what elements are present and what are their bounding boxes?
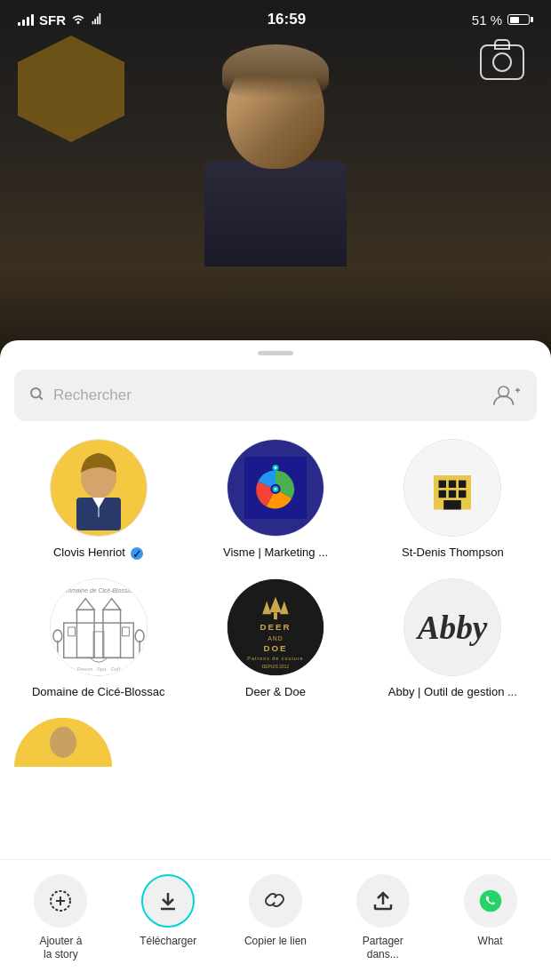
svg-text:DOE: DOE: [263, 642, 287, 652]
svg-point-53: [50, 727, 76, 758]
download-button[interactable]: Télécharger: [132, 874, 204, 962]
svg-point-2: [499, 386, 509, 397]
wifi-icon: [71, 12, 85, 27]
download-icon: [141, 874, 195, 928]
time-display: 16:59: [268, 11, 306, 28]
share-sheet: Rechercher: [0, 340, 551, 980]
contact-name: Deer & Doe: [245, 685, 306, 700]
contact-name: Visme | Marketing ...: [223, 546, 328, 561]
signal-bars: [18, 13, 34, 26]
contact-item[interactable]: Domaine de Cicé-Blossac Resort · Spa · G…: [14, 578, 182, 700]
contact-item[interactable]: DEER AND DOE Patrons de couture DEPUIS 2…: [191, 578, 359, 700]
contact-avatar: [227, 439, 324, 537]
status-left: SFR: [18, 12, 101, 28]
contact-avatar: [403, 439, 501, 537]
whatsapp-icon: [464, 874, 517, 928]
verified-badge: ✓: [131, 547, 143, 560]
svg-text:Resort · Spa · Golf: Resort · Spa · Golf: [76, 666, 120, 672]
whatsapp-label: What: [478, 935, 503, 949]
add-person-button[interactable]: [491, 379, 523, 411]
clovis-avatar: [51, 440, 147, 536]
copy-link-button[interactable]: Copier le lien: [240, 874, 311, 962]
person-body: [204, 160, 347, 267]
svg-rect-18: [439, 481, 446, 488]
svg-rect-25: [51, 579, 147, 675]
add-story-label: Ajouter àla story: [39, 935, 82, 962]
add-story-icon: [34, 874, 87, 928]
svg-text:DEER: DEER: [260, 622, 291, 632]
signal-bar-2: [22, 20, 25, 26]
copy-link-label: Copier le lien: [244, 935, 307, 949]
status-right: 51 %: [472, 12, 533, 28]
copy-link-icon: [249, 874, 302, 928]
signal-strength-icon: [91, 13, 101, 26]
svg-rect-21: [439, 490, 446, 498]
add-to-story-button[interactable]: Ajouter àla story: [25, 874, 96, 962]
search-bar[interactable]: Rechercher: [14, 370, 537, 421]
svg-rect-19: [449, 481, 456, 488]
battery-icon: [507, 14, 533, 25]
deer-avatar: DEER AND DOE Patrons de couture DEPUIS 2…: [228, 579, 323, 675]
contact-avatar: DEER AND DOE Patrons de couture DEPUIS 2…: [227, 578, 324, 676]
person-hair: [222, 44, 329, 98]
share-label: Partagerdans...: [363, 935, 403, 962]
svg-rect-44: [274, 612, 277, 619]
action-row: Ajouter àla story Télécharger Copier: [0, 859, 551, 980]
svg-text:Domaine de Cicé-Blossac: Domaine de Cicé-Blossac: [63, 587, 133, 594]
contact-avatar: [50, 439, 148, 537]
svg-point-0: [31, 388, 41, 398]
share-icon: [356, 874, 410, 928]
contact-name: Abby | Outil de gestion ...: [388, 685, 517, 700]
stdennis-avatar: [404, 440, 500, 536]
partial-row: [0, 718, 551, 777]
camera-icon[interactable]: [480, 44, 524, 80]
contact-item[interactable]: Abby Abby | Outil de gestion ...: [369, 578, 537, 700]
search-placeholder: Rechercher: [53, 386, 482, 404]
battery-fill: [510, 17, 519, 23]
signal-bar-3: [27, 17, 29, 26]
contact-item[interactable]: Clovis Henriot ✓: [14, 439, 182, 561]
download-label: Télécharger: [140, 935, 196, 949]
signal-bar-1: [18, 22, 20, 26]
svg-rect-20: [459, 481, 466, 488]
contact-name: St-Denis Thompson: [402, 546, 504, 561]
svg-line-1: [39, 396, 42, 399]
whatsapp-button[interactable]: What: [455, 874, 526, 962]
signal-bar-4: [31, 14, 34, 26]
svg-text:DEPUIS 2012: DEPUIS 2012: [262, 665, 290, 669]
svg-point-60: [479, 890, 501, 912]
svg-rect-23: [459, 490, 466, 498]
battery-tip: [531, 17, 533, 22]
carrier-label: SFR: [39, 12, 66, 28]
svg-text:AND: AND: [268, 635, 283, 641]
svg-text:Patrons de couture: Patrons de couture: [247, 656, 303, 661]
partial-avatar: [14, 718, 112, 767]
contact-avatar: Domaine de Cicé-Blossac Resort · Spa · G…: [50, 578, 148, 676]
svg-point-15: [275, 488, 277, 490]
contact-item[interactable]: Visme | Marketing ...: [191, 439, 359, 561]
share-button[interactable]: Partagerdans...: [347, 874, 419, 962]
contact-name: Domaine de Cicé-Blossac: [32, 685, 165, 700]
visme-avatar: [228, 440, 323, 536]
search-icon: [28, 386, 44, 406]
battery-body: [507, 14, 530, 25]
camera-background: [0, 0, 551, 382]
battery-percent: 51 %: [472, 12, 502, 28]
svg-point-12: [275, 466, 277, 469]
contact-name: Clovis Henriot ✓: [53, 546, 144, 561]
abby-avatar: Abby: [404, 579, 500, 675]
hexagon-decoration: [18, 36, 124, 142]
svg-text:Abby: Abby: [416, 610, 488, 646]
status-bar: SFR 16:59 51 %: [0, 0, 551, 39]
svg-rect-24: [444, 500, 462, 510]
sheet-handle: [258, 351, 293, 355]
contact-item[interactable]: St-Denis Thompson: [369, 439, 537, 561]
contacts-grid: Clovis Henriot ✓: [0, 439, 551, 718]
person-head: [227, 53, 324, 169]
person-silhouette: [178, 53, 373, 320]
contact-avatar: Abby: [403, 578, 501, 676]
domaine-avatar: Domaine de Cicé-Blossac Resort · Spa · G…: [51, 579, 147, 675]
svg-rect-22: [449, 490, 456, 498]
